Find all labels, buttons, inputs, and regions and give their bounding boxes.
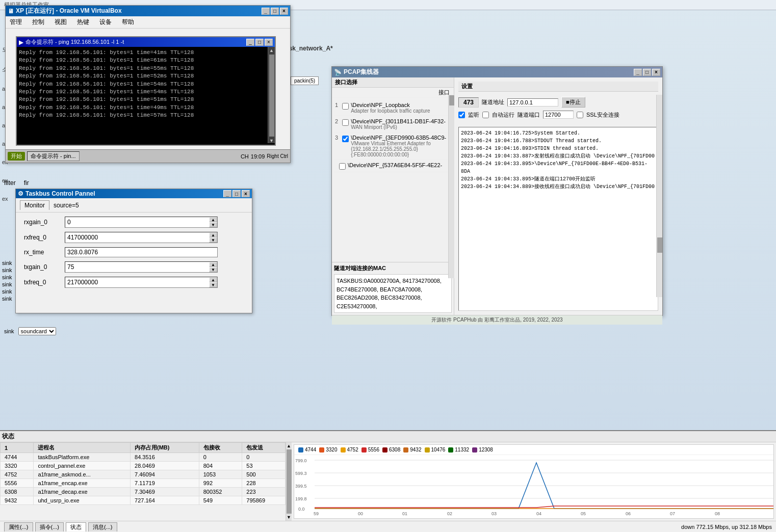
cmd-line-1: Reply from 192.168.56.101: bytes=1 time=… [19,57,266,64]
rxtime-input[interactable]: 328.0.8076 [65,248,217,257]
vbox-minimize[interactable]: _ [262,8,270,15]
row0-recv: 0 [199,453,242,462]
status-bottom-text: down 772.15 Mbps, up 312.18 Mbps [681,524,772,530]
autorun-label: 自动运行 [492,111,514,119]
taskbus-minimize[interactable]: _ [223,190,231,197]
rxfreq-input-wrap: 417000000 ▲ ▼ [65,232,218,243]
row5-id: 9432 [1,496,34,505]
log-line-2: 2023-06-24 19:04:16.893>STDIN thread sta… [461,145,656,152]
taskbus-txfreq-row: txfreq_0 217000000 ▲ ▼ [24,277,244,288]
tab-commands[interactable]: 插令(...) [35,522,64,531]
iface-check-3[interactable] [342,136,349,142]
ssl-check[interactable] [577,112,583,118]
cmd-scrollbar[interactable]: ▲ ▼ [268,47,275,143]
iface-scroll-thumb[interactable] [449,95,454,105]
txfreq-down[interactable]: ▼ [209,282,217,287]
pcap-window: 📡 PCAP集线器 _ □ × 接口选择 接口 1 [331,66,663,316]
table-scrollbar[interactable]: ▲ ▼ [286,442,292,521]
log-scrollbar[interactable] [656,95,662,297]
iface-item-1[interactable]: 1 \Device\NPF_Loopback Adapter for loopb… [334,100,452,116]
status-footer: 属性(...) 插令(...) 状态 消息(...) down 772.15 M… [0,521,776,532]
soundcard-select[interactable]: soundcard [18,327,56,335]
autorun-check[interactable] [482,112,489,118]
taskbus-maximize[interactable]: □ [232,190,241,197]
cmd-close[interactable]: × [265,39,273,46]
cmd-scroll-thumb[interactable] [269,55,274,137]
svg-text:06: 06 [626,511,631,516]
legend-item-10476: 10476 [425,447,446,453]
vbox-close[interactable]: × [280,8,288,15]
svg-text:799.0: 799.0 [295,458,307,463]
cmd-maximize[interactable]: □ [255,39,264,46]
txfreq-input[interactable]: 217000000 [65,277,209,287]
port-input[interactable] [543,111,574,119]
iface-item-3[interactable]: 3 \Device\NPF_{3EFD9900-63B5-48C9- VMwar… [334,132,452,160]
rxgain-up[interactable]: ▲ [209,217,217,222]
tunnel-addr-row: 473 隧道地址 ■停止 [458,97,658,108]
rxfreq-input[interactable]: 417000000 [65,232,209,243]
rxgain-input-wrap: 0 ▲ ▼ [65,217,218,228]
stop-button[interactable]: ■停止 [561,97,585,108]
menu-control[interactable]: 控制 [30,17,46,27]
vbox-maximize[interactable]: □ [271,8,279,15]
rxfreq-down[interactable]: ▼ [209,237,217,243]
cmd-minimize[interactable]: _ [246,39,254,46]
iface-detail2-3: {:FE80:00000:0:00:00:00} [351,152,446,157]
rxgain-down[interactable]: ▼ [209,222,217,227]
table-scroll-thumb[interactable] [287,449,292,514]
menu-device[interactable]: 设备 [97,17,114,27]
iface-check-2[interactable] [342,119,349,126]
row5-name: uhd_usrp_io.exe [34,496,131,505]
start-button[interactable]: 开始 [8,152,25,161]
menu-hotkey[interactable]: 热键 [75,17,91,27]
rxgain-spinner: ▲ ▼ [209,217,217,227]
svg-text:00: 00 [358,511,363,516]
pcap-mac-text: TASKBUS:0A00002700A, 841734270008, BC74B… [334,274,452,313]
tab-status[interactable]: 状态 [66,522,86,531]
iface-check-1[interactable] [342,103,349,110]
iface-item-2[interactable]: 2 \Device\NPF_{3011B411-DB1F-4F32- WAN M… [334,116,452,132]
pcap-close[interactable]: × [652,69,660,76]
taskbus-close[interactable]: × [242,190,250,197]
rxgain-input[interactable]: 0 [65,217,209,227]
monitor-check[interactable] [458,112,465,118]
iface-item-4[interactable]: \Device\NPF_{537A6E84-5F5F-4E22- [334,160,452,172]
tab-messages[interactable]: 消息(...) [88,522,117,531]
txfreq-up[interactable]: ▲ [209,277,217,282]
txgain-up[interactable]: ▲ [209,262,217,267]
menu-view[interactable]: 视图 [53,17,69,27]
row2-name: a1frame_askmod.e... [34,470,131,479]
tunnel-addr-input[interactable] [507,98,558,107]
pcap-maximize[interactable]: □ [643,69,651,76]
txgain-spinner: ▲ ▼ [209,262,217,272]
cmd-taskbar-btn[interactable]: 命令提示符 - pin... [27,151,80,161]
pcap-minimize[interactable]: _ [634,69,642,76]
iface-check-4[interactable] [339,163,346,170]
txgain-input[interactable]: 75 [65,262,209,272]
txgain-down[interactable]: ▼ [209,267,217,272]
log-scroll-thumb[interactable] [657,237,662,253]
svg-text:08: 08 [715,511,720,516]
legend-item-3320: 3320 [319,447,337,453]
soundcard-row: sink soundcard [0,326,82,336]
cmd-title: 命令提示符 - ping 192.168.56.101 -l 1 -t [25,38,124,46]
vbox-window: 🖥 XP [正在运行] - Oracle VM VirtualBox _ □ ×… [5,5,291,163]
pcap-iface-list[interactable]: 1 \Device\NPF_Loopback Adapter for loopb… [332,98,454,262]
cmd-line-5: Reply from 192.168.56.101: bytes=1 time=… [19,88,266,96]
taskbus-rxfreq-row: rxfreq_0 417000000 ▲ ▼ [24,232,244,243]
taskbus-monitor-tab[interactable]: Monitor [20,200,49,210]
svg-text:02: 02 [447,511,452,516]
menu-manage[interactable]: 管理 [8,17,24,27]
log-line-6: 2023-06-24 19:04:34.889>接收线程在接口成功启动 \Dev… [461,183,656,191]
row0-mem: 84.3516 [131,453,199,462]
row4-name: a1frame_decap.exe [34,488,131,496]
row2-recv: 1053 [199,470,242,479]
svg-text:599.3: 599.3 [295,471,307,476]
taskbus-rxtime-row: rx_time 328.0.8076 [24,247,244,257]
iface-scrollbar[interactable] [448,95,454,278]
rxfreq-up[interactable]: ▲ [209,232,217,237]
iface-name-1: \Device\NPF_Loopback [351,102,430,108]
menu-help[interactable]: 帮助 [120,17,136,27]
process-table: 1 进程名 内存占用(MB) 包接收 包发送 4744 taskBusPlatf… [0,442,286,505]
tab-properties[interactable]: 属性(...) [4,522,33,531]
